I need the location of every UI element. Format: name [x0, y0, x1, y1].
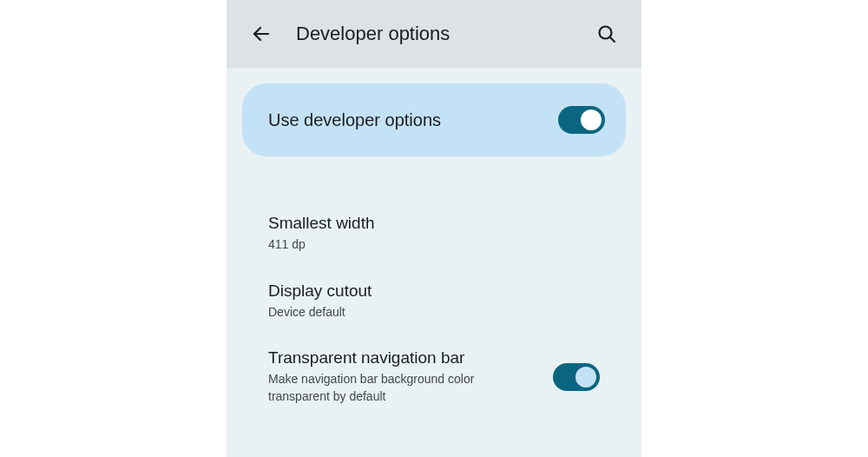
- setting-title: Transparent navigation bar: [268, 348, 539, 368]
- arrow-back-icon: [251, 23, 272, 44]
- master-toggle-switch[interactable]: [558, 106, 605, 134]
- toggle-thumb: [575, 367, 596, 387]
- search-icon: [596, 23, 617, 44]
- setting-smallest-width[interactable]: Smallest width 411 dp: [268, 200, 600, 268]
- setting-title: Smallest width: [268, 214, 586, 233]
- master-toggle-label: Use developer options: [268, 110, 441, 130]
- page-title: Developer options: [296, 23, 589, 45]
- toggle-thumb: [581, 109, 602, 130]
- content-area: Use developer options Smallest width 411…: [227, 68, 641, 419]
- setting-text: Smallest width 411 dp: [268, 214, 600, 254]
- master-toggle-card[interactable]: Use developer options: [242, 83, 626, 156]
- setting-text: Display cutout Device default: [268, 281, 600, 321]
- setting-transparent-nav-bar[interactable]: Transparent navigation bar Make navigati…: [268, 334, 600, 419]
- settings-screen: Developer options Use developer options …: [227, 0, 641, 457]
- setting-subtitle: Device default: [268, 304, 586, 321]
- setting-display-cutout[interactable]: Display cutout Device default: [268, 268, 600, 335]
- settings-list: Smallest width 411 dp Display cutout Dev…: [242, 156, 626, 419]
- setting-subtitle: 411 dp: [268, 236, 586, 254]
- svg-line-2: [610, 37, 615, 43]
- app-bar: Developer options: [227, 0, 641, 68]
- setting-subtitle: Make navigation bar background color tra…: [268, 371, 539, 405]
- search-button[interactable]: [589, 17, 624, 51]
- transparent-nav-toggle[interactable]: [553, 363, 600, 391]
- setting-text: Transparent navigation bar Make navigati…: [268, 348, 553, 405]
- setting-title: Display cutout: [268, 281, 586, 301]
- back-button[interactable]: [244, 17, 279, 51]
